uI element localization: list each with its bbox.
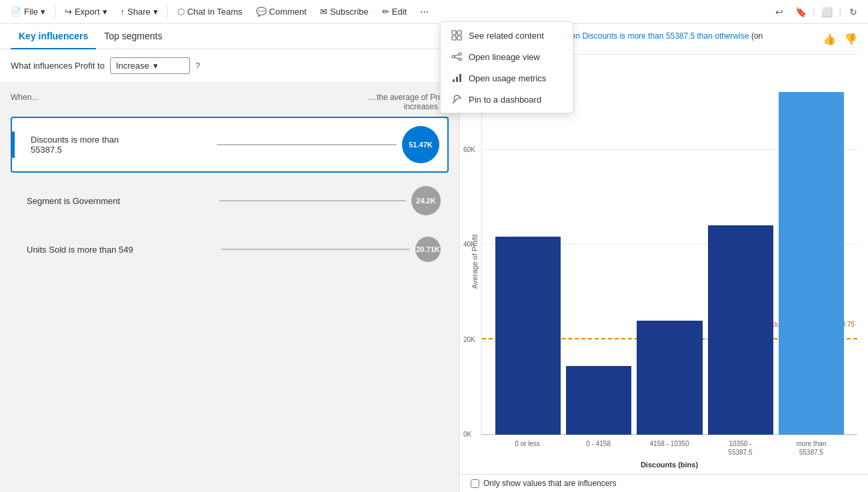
menu-item-lineage-view[interactable]: Open lineage view	[441, 46, 573, 67]
fullscreen-button[interactable]: ⬜	[818, 3, 837, 21]
x-axis-labels: 0 or less 0 - 4158 4158 - 10350 10350 -5…	[481, 437, 857, 459]
toolbar-right-actions: ↩ 🔖 | ⬜ | ↻	[770, 3, 863, 21]
selected-indicator	[12, 131, 15, 158]
chart-container: Average of Profit 80K 60K 40K	[471, 54, 857, 469]
influencers-area: When... ....the average of Profit increa…	[0, 82, 459, 492]
increase-dropdown[interactable]: Increase ▾	[110, 57, 190, 74]
comment-button[interactable]: 💬 Comment	[251, 4, 312, 19]
svg-rect-1	[457, 31, 461, 35]
x-label-2: 0 - 4158	[565, 439, 631, 457]
line-2	[219, 200, 407, 201]
influencer-text-2: Segment is Government	[19, 196, 214, 206]
x-label-3: 4158 - 10350	[637, 439, 702, 457]
svg-rect-11	[459, 74, 461, 82]
menu-label-lineage-view: Open lineage view	[469, 52, 540, 62]
edit-icon: ✏	[382, 7, 389, 17]
share-button[interactable]: ↑ Share ▾	[115, 4, 163, 19]
separator	[167, 5, 168, 19]
svg-line-12	[453, 101, 455, 103]
connector-line-2	[219, 200, 407, 201]
chevron-down-icon: ▾	[153, 7, 158, 17]
y-label-0k: 0K	[463, 431, 471, 438]
x-axis-title: Discounts (bins)	[481, 461, 857, 469]
bar-2[interactable]	[566, 366, 631, 435]
share-icon: ↑	[121, 7, 125, 17]
bar-group-3	[637, 54, 702, 435]
svg-rect-2	[452, 36, 456, 40]
influencer-item-3[interactable]: Units Sold is more than 549 20.71K	[11, 229, 449, 270]
bar-group-2	[566, 54, 631, 435]
context-menu: See related content Open lineage view Op…	[440, 21, 573, 113]
menu-item-pin-dashboard[interactable]: Pin to a dashboard	[441, 89, 573, 110]
when-header: When...	[11, 93, 38, 111]
pin-icon	[451, 94, 462, 105]
menu-item-related-content[interactable]: See related content	[441, 25, 573, 46]
file-button[interactable]: 📄 File ▾	[5, 4, 51, 19]
y-label-40k: 40K	[463, 241, 475, 248]
thumbs-down-button[interactable]: 👎	[841, 29, 860, 48]
right-actions: 👍 👎	[820, 29, 860, 48]
tab-key-influencers[interactable]: Key influencers	[11, 24, 96, 49]
bookmark-button[interactable]: 🔖	[791, 3, 810, 21]
influencer-bubble-3: 20.71K	[415, 237, 441, 262]
separator-small: |	[839, 7, 841, 17]
separator-small: |	[813, 7, 815, 17]
export-icon: ↪	[65, 7, 72, 17]
bar-5[interactable]	[779, 92, 844, 435]
right-text-suffix: (on	[751, 31, 763, 41]
chevron-down-icon: ▾	[103, 7, 107, 17]
line-3	[221, 249, 411, 250]
bar-3[interactable]	[637, 321, 702, 435]
lineage-view-icon	[451, 51, 462, 62]
left-panel: Key influencers Top segments What influe…	[0, 24, 460, 492]
bar-4[interactable]	[708, 225, 773, 435]
menu-label-usage-metrics: Open usage metrics	[469, 73, 546, 83]
help-icon[interactable]: ?	[195, 61, 200, 71]
chat-in-teams-button[interactable]: ⬡ Chat in Teams	[172, 4, 248, 19]
file-icon: 📄	[11, 7, 21, 17]
influencer-filter-checkbox[interactable]	[471, 479, 479, 488]
avg-profit-header: ....the average of Profit increases by	[342, 93, 449, 111]
svg-rect-3	[457, 36, 461, 40]
tabs: Key influencers Top segments	[0, 24, 459, 49]
chevron-down-icon: ▾	[41, 7, 45, 17]
influencer-bubble-2: 24.2K	[411, 186, 441, 215]
subscribe-icon: ✉	[320, 7, 327, 17]
usage-metrics-icon	[451, 73, 462, 83]
x-label-4: 10350 -55387.5	[707, 439, 773, 457]
more-button[interactable]: ⋯	[415, 4, 434, 19]
connector-line-1	[217, 144, 397, 145]
influencer-item-2[interactable]: Segment is Government 24.2K	[11, 178, 449, 223]
bar-group-4	[708, 54, 773, 435]
teams-icon: ⬡	[177, 7, 185, 17]
main-area: Key influencers Top segments What influe…	[0, 24, 868, 492]
svg-point-5	[459, 53, 461, 55]
filter-label: What influences Profit to	[11, 61, 105, 71]
menu-label-related-content: See related content	[469, 31, 544, 41]
menu-label-pin-dashboard: Pin to a dashboard	[469, 95, 541, 105]
x-label-5: more than55387.5	[779, 439, 844, 457]
export-button[interactable]: ↪ Export ▾	[59, 4, 113, 19]
related-content-icon	[451, 30, 462, 41]
svg-rect-0	[452, 31, 456, 35]
thumbs-up-button[interactable]: 👍	[820, 29, 839, 48]
undo-button[interactable]: ↩	[770, 3, 789, 21]
refresh-button[interactable]: ↻	[844, 3, 863, 21]
subscribe-button[interactable]: ✉ Subscribe	[315, 4, 374, 19]
influencer-filter-label[interactable]: Only show values that are influencers	[483, 479, 616, 488]
filter-bar: What influences Profit to Increase ▾ ?	[0, 49, 459, 82]
bar-1[interactable]	[495, 237, 561, 435]
svg-rect-10	[456, 77, 458, 82]
connector-line-3	[221, 249, 411, 250]
checkbox-row: Only show values that are influencers	[460, 474, 868, 492]
y-label-20k: 20K	[463, 336, 475, 343]
menu-item-usage-metrics[interactable]: Open usage metrics	[441, 67, 573, 89]
edit-button[interactable]: ✏ Edit	[377, 4, 412, 19]
chart-inner: 80K 60K 40K 20K 0K	[481, 54, 857, 469]
svg-line-7	[455, 55, 459, 56]
svg-line-8	[455, 57, 459, 59]
influencer-item-1[interactable]: Discounts is more than55387.5 51.47K	[11, 117, 449, 173]
toolbar: 📄 File ▾ ↪ Export ▾ ↑ Share ▾ ⬡ Chat in …	[0, 0, 868, 24]
svg-rect-9	[453, 79, 455, 82]
tab-top-segments[interactable]: Top segments	[96, 24, 170, 49]
